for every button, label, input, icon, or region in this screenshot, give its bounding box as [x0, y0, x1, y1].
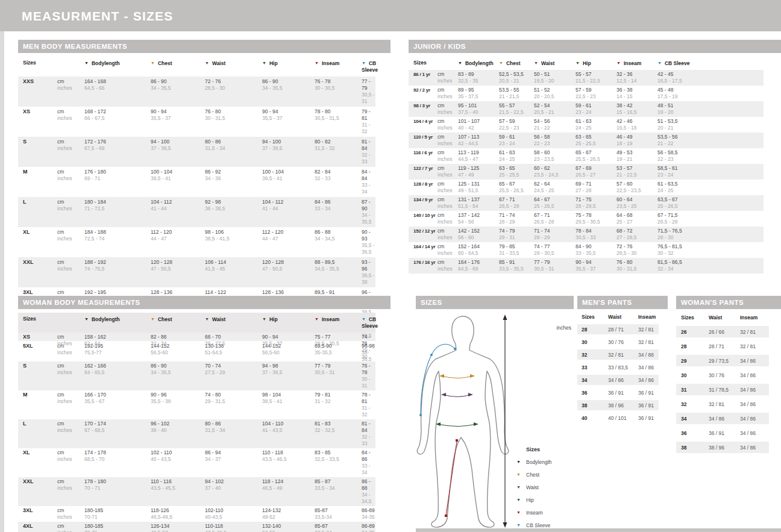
value-cm: 84 - 84	[362, 169, 375, 182]
value-inches: 51,5 - 54	[458, 203, 499, 210]
value-cm: 78 - 80	[315, 108, 362, 115]
measure-cell: 84 - 8633 - 34	[315, 199, 362, 212]
value-cm: 88 - 89,5	[315, 259, 362, 266]
size-row-S: Scminches172 - 17667,5 - 6994 - 10037 - …	[18, 137, 375, 167]
sort-arrow-icon: ▼	[616, 61, 621, 65]
measure-cell: 77 - 7930,5 - 31	[315, 363, 362, 376]
unit-cm-label: cm	[438, 87, 458, 93]
col-header-label: Hip	[269, 60, 278, 66]
value-cm: 48 - 51	[657, 102, 764, 109]
unit-inches-label: inches	[57, 175, 84, 182]
unit-inches-label: inches	[57, 530, 84, 532]
size-row-XL: XLcminches174 - 17868,5 - 70102 - 11040 …	[18, 448, 375, 477]
measure-cell: 64 - 6725 - 26,5	[534, 196, 576, 210]
value-cm: 58 - 60	[534, 149, 576, 156]
value-cm: 137 - 142	[458, 212, 499, 219]
pants-col-header-inseam: Inseam	[740, 315, 769, 321]
pants-unit-note: inches	[530, 325, 571, 331]
value-inches: 29,5 - 30,5	[315, 340, 362, 347]
value-inches: 66 - 67,5	[84, 115, 151, 122]
bodylength-arrow-top	[503, 315, 507, 320]
measure-cell: 112 - 12044 - 47	[151, 229, 205, 242]
value-inches: 64,5 - 69	[458, 266, 499, 272]
measure-cell: 170 - 17467 - 68,5	[84, 421, 151, 434]
pants-size: 28	[582, 327, 608, 333]
col-header-chest: ▼Chest	[151, 316, 205, 323]
unit-cm-label: cm	[57, 229, 84, 236]
value-inches: 46,5-49,5	[151, 514, 205, 521]
value-cm: 71 - 74	[499, 212, 534, 219]
value-inches: 38,5 - 41,5	[205, 236, 262, 242]
value-cm: 76 - 78	[362, 363, 375, 376]
value-inches: 41,5 - 45	[205, 266, 262, 272]
value-cm: 80 - 86	[205, 421, 262, 427]
value-cm: 96 - 102	[151, 421, 205, 427]
pants-size: 32	[582, 352, 608, 358]
measure-cell: 188 - 19274 - 75,5	[84, 259, 151, 272]
measure-cell: 56 - 5822 - 23	[534, 134, 576, 147]
value-inches: 30 - 31,5	[616, 266, 657, 272]
measure-cell: 118-12646,5-49,5	[151, 507, 205, 521]
value-cm: 89 - 95	[458, 87, 499, 93]
measure-cell: 86-8934-35	[362, 507, 375, 521]
measure-cell: 96 - 10238 - 40	[151, 421, 205, 434]
value-cm: 174 - 178	[84, 449, 151, 456]
womans-pants-section: WOMAN'S PANTS SizesWaistInseam2626 / 663…	[676, 296, 781, 456]
size-row-XS: XScminches158 - 16262 - 6482 - 8632 - 34…	[18, 333, 375, 361]
value-inches: 41 - 44	[151, 205, 205, 212]
col-header-inseam: ▼Inseam	[315, 60, 362, 67]
value-cm: 86 - 90	[262, 78, 315, 85]
size-label: XL	[23, 229, 57, 236]
measure-cell: 92 - 9836 - 38,5	[205, 199, 262, 212]
measure-cell: 72 - 7628,5 - 30	[616, 243, 657, 257]
value-inches: 41 - 44	[262, 205, 315, 212]
unit-inches-label: inches	[438, 234, 458, 241]
pants-waist: 34 / 86	[608, 377, 638, 383]
size-row-104 / 4 yr: 104 / 4 yrcminches101 - 10740 - 4257 - 5…	[409, 117, 764, 133]
col-header-label: Chest	[158, 60, 172, 66]
value-inches: 32 - 32,5	[315, 427, 362, 434]
measure-cell: 86 - 9234 - 36	[205, 169, 262, 182]
pants-inseam: 32 / 81	[638, 327, 659, 333]
pants-size: 34	[681, 416, 709, 422]
unit-cm-label: cm	[57, 199, 84, 205]
unit-cell: cminches	[438, 165, 458, 178]
value-cm: 180-185	[84, 507, 151, 514]
legend-label: Bodylength	[526, 459, 552, 465]
value-cm: 81 - 83	[315, 421, 362, 427]
value-cm: 63,5 - 67	[657, 196, 764, 203]
legend-item-chest: ▼Chest	[516, 468, 583, 481]
value-inches: 32 - 33	[362, 152, 375, 165]
col-header-hip: ▼Hip	[576, 60, 616, 67]
value-inches: 21 - 21,5	[499, 93, 534, 100]
value-inches: 21 - 22	[657, 140, 764, 147]
col-header-label: Waist	[541, 60, 554, 66]
size-row-XXS: XXScminches164 - 16864,5 - 6686 - 9034 -…	[18, 77, 375, 107]
value-inches: 26,5 - 28	[534, 219, 576, 225]
value-inches: 30 - 31,5	[205, 115, 262, 122]
col-header-label: Chest	[506, 60, 521, 66]
measure-cell: 63 - 6525 - 25,5	[499, 165, 534, 178]
value-inches: 24,5 - 25	[534, 187, 576, 194]
value-inches: 26 - 27,5	[205, 340, 262, 347]
unit-cell: cminches	[57, 334, 84, 347]
value-inches: 74 - 75,5	[84, 266, 151, 272]
value-inches: 37 - 38,5	[262, 369, 315, 376]
measure-cell: 79 - 8531 - 33,5	[499, 243, 534, 257]
value-cm: 102 - 110	[151, 449, 205, 456]
measure-cell: 57 - 5922,5 - 23	[499, 118, 534, 131]
value-inches: 34 - 36	[205, 175, 262, 182]
value-inches: 27,5 - 29	[205, 369, 262, 376]
measure-cell: 125 - 13149 - 51,5	[458, 181, 499, 194]
pants-row-36: 3636 / 9136 / 91	[577, 387, 659, 398]
hip-measure-line	[438, 424, 476, 427]
value-inches: 40 - 42	[458, 125, 499, 131]
value-cm: 113 - 119	[458, 149, 499, 156]
unit-inches-label: inches	[57, 456, 84, 463]
measure-cell: 142 - 15256 - 60	[458, 228, 499, 241]
value-inches: 67,5 - 69	[84, 145, 151, 152]
value-inches: 17,5 - 19	[657, 93, 764, 100]
value-inches: 62 - 64	[84, 340, 151, 347]
measure-cell: 74 - 7929 - 31	[499, 228, 534, 241]
col-header-waist: ▼Waist	[205, 60, 262, 67]
